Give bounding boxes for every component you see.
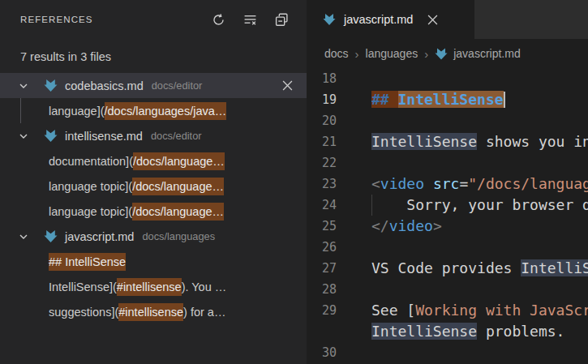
match-result[interactable]: language topic](/docs/language… — [0, 199, 307, 224]
match-result[interactable]: ## IntelliSense — [0, 249, 307, 274]
references-panel-header: REFERENCES — [0, 0, 307, 39]
match-text: documentation]( — [49, 155, 133, 168]
text-cursor — [504, 92, 505, 108]
code-area[interactable]: 1819## IntelliSense2021IntelliSense show… — [307, 68, 588, 364]
code-line-18[interactable]: 18 — [307, 68, 588, 89]
file-path-badge: docs/editor — [152, 79, 203, 92]
line-text — [371, 152, 588, 173]
breadcrumbs: docs›languages›javascript.md — [307, 39, 588, 68]
line-text: VS Code provides IntelliSense within you… — [371, 258, 588, 279]
clear-all-icon[interactable] — [241, 11, 259, 28]
markdown-file-icon — [435, 47, 448, 60]
file-name: intellisense.md — [65, 130, 143, 143]
tab-javascript-md[interactable]: javascript.md — [307, 0, 474, 39]
line-number: 19 — [307, 89, 371, 110]
match-text: /docs/languages/java… — [105, 102, 227, 120]
code-line-25[interactable]: 25</video> — [307, 216, 588, 237]
tab-close-icon[interactable] — [424, 11, 440, 28]
line-number: 21 — [307, 131, 371, 152]
line-text — [371, 237, 588, 258]
breadcrumb-label: languages — [366, 47, 418, 60]
line-number: 18 — [307, 68, 371, 89]
code-line-27[interactable]: 27VS Code provides IntelliSense within y… — [307, 258, 588, 279]
file-path-badge: docs/editor — [151, 130, 202, 142]
match-result[interactable]: language topic](/docs/language… — [0, 173, 307, 199]
code-line-23[interactable]: 23<video src="/docs/languages/javascript… — [307, 173, 588, 195]
dismiss-icon[interactable] — [279, 78, 295, 94]
line-number: 26 — [307, 237, 371, 258]
match-text: ## IntelliSense — [49, 253, 126, 271]
vscode-window: REFERENCES — [0, 0, 588, 364]
code-line-28[interactable]: 28 — [307, 279, 588, 300]
line-number: 25 — [307, 216, 371, 237]
match-text: ). You … — [182, 280, 227, 293]
results-tree: codebasics.mddocs/editorlanguage](/docs/… — [0, 73, 307, 324]
match-result[interactable]: IntelliSense](#intellisense). You … — [0, 274, 307, 299]
line-number — [307, 321, 371, 342]
tree-indent-guide — [20, 98, 21, 123]
code-line-29[interactable]: 29See [Working with JavaScript]( — [307, 300, 588, 321]
match-result[interactable]: documentation](/docs/language… — [0, 148, 307, 173]
editor-indent-guide — [371, 195, 372, 216]
match-text: language]( — [49, 105, 105, 118]
file-path-badge: docs/languages — [142, 230, 215, 242]
references-panel: REFERENCES — [0, 0, 307, 364]
line-text: See [Working with JavaScript]( — [371, 300, 588, 321]
match-result[interactable]: suggestions](#intellisense) for a… — [0, 299, 307, 324]
match-result[interactable]: language](/docs/languages/java… — [0, 98, 307, 123]
refresh-icon[interactable] — [209, 11, 227, 28]
line-number: 30 — [307, 342, 371, 363]
line-text: ## IntelliSense — [371, 89, 588, 110]
file-name: codebasics.md — [65, 79, 144, 92]
code-line-21[interactable]: 21IntelliSense shows you intelligent cod… — [307, 131, 588, 152]
collapse-all-icon[interactable] — [273, 11, 290, 28]
line-text: Sorry, your browser doesn't support HTML… — [371, 195, 588, 216]
match-text: ) for a… — [183, 306, 225, 319]
code-line-26[interactable]: 26 — [307, 237, 588, 258]
line-text — [371, 279, 588, 300]
line-number: 20 — [307, 110, 371, 131]
match-text: #intellisense — [118, 303, 183, 321]
line-number: 23 — [307, 173, 371, 195]
chevron-down-icon[interactable] — [16, 129, 31, 143]
chevron-down-icon[interactable] — [16, 229, 31, 244]
match-text: IntelliSense]( — [49, 280, 117, 293]
breadcrumb-separator: › — [355, 47, 359, 61]
line-text: <video src="/docs/languages/javascript/i… — [371, 173, 588, 195]
line-number: 24 — [307, 195, 371, 216]
file-result-javascript.md[interactable]: javascript.mddocs/languages — [0, 224, 307, 249]
results-summary: 7 results in 3 files — [0, 45, 307, 68]
breadcrumb-label: javascript.md — [453, 47, 520, 60]
breadcrumb-languages[interactable]: languages — [366, 47, 418, 60]
editor-group: javascript.md docs›languages›javascript.… — [307, 0, 588, 364]
code-line-20[interactable]: 20 — [307, 110, 588, 131]
code-line-24[interactable]: 24 Sorry, your browser doesn't support H… — [307, 195, 588, 216]
markdown-file-icon — [323, 13, 337, 27]
code-line-30[interactable]: 30 — [307, 342, 588, 363]
code-line-19[interactable]: 19## IntelliSense — [307, 89, 588, 110]
markdown-file-icon — [43, 129, 58, 143]
code-line-wrap[interactable]: IntelliSense problems. — [307, 321, 588, 342]
file-result-intellisense.md[interactable]: intellisense.mddocs/editor — [0, 123, 307, 148]
line-text — [371, 68, 588, 89]
file-result-codebasics.md[interactable]: codebasics.mddocs/editor — [0, 73, 307, 98]
breadcrumb-docs[interactable]: docs — [324, 47, 349, 60]
line-number: 27 — [307, 258, 371, 279]
tab-label: javascript.md — [344, 13, 413, 26]
file-name: javascript.md — [65, 230, 134, 243]
match-text: language topic]( — [49, 205, 132, 218]
line-text: IntelliSense problems. — [371, 321, 588, 342]
line-number: 22 — [307, 152, 371, 173]
match-text: language topic]( — [49, 180, 132, 193]
markdown-file-icon — [43, 229, 58, 244]
line-text — [371, 342, 588, 363]
breadcrumb-javascript.md[interactable]: javascript.md — [435, 47, 520, 60]
code-line-22[interactable]: 22 — [307, 152, 588, 173]
match-text: /docs/language… — [133, 152, 225, 170]
match-text: suggestions]( — [49, 306, 118, 319]
markdown-file-icon — [43, 79, 58, 93]
line-text — [371, 110, 588, 131]
chevron-down-icon[interactable] — [16, 79, 31, 93]
tab-bar: javascript.md — [307, 0, 588, 39]
line-text: </video> — [371, 216, 588, 237]
